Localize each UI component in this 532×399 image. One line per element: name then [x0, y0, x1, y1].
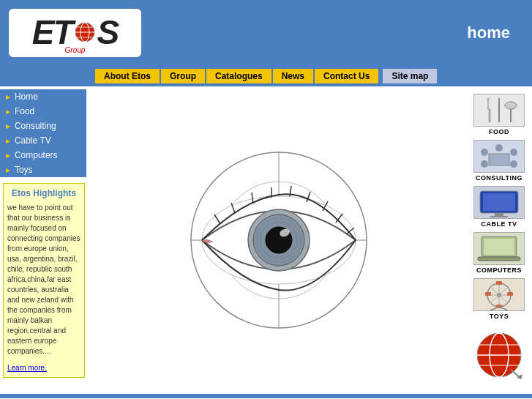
sidebar-item-consulting[interactable]: ► Consulting: [0, 119, 86, 133]
toys-label: TOYS: [490, 313, 509, 320]
svg-rect-41: [490, 216, 508, 217]
logo-group: Group: [65, 46, 86, 54]
sidebar-item-cable-tv[interactable]: ► Cable TV: [0, 133, 86, 148]
nav-group[interactable]: Group: [161, 69, 205, 83]
cable-tv-image: [473, 186, 525, 219]
svg-rect-40: [495, 213, 503, 216]
svg-rect-44: [484, 239, 514, 255]
svg-point-28: [505, 102, 517, 109]
nav-catalogues[interactable]: Catalogues: [206, 69, 271, 83]
svg-rect-45: [478, 257, 520, 261]
arrow-icon: ►: [4, 122, 12, 130]
right-panel: FOOD CONSULTING: [466, 86, 532, 394]
svg-line-65: [511, 370, 520, 377]
nav-news[interactable]: News: [273, 69, 313, 83]
svg-rect-57: [507, 292, 513, 296]
svg-point-32: [481, 149, 488, 156]
learn-more-link[interactable]: Learn more.: [7, 364, 47, 372]
right-item-computers[interactable]: COMPUTERS: [473, 232, 525, 274]
highlights-text: we have to point out that our business i…: [7, 203, 80, 357]
computers-image: [473, 232, 525, 265]
sidebar-menu: ► Home ► Food ► Consulting ► Cable TV ► …: [0, 89, 86, 177]
right-item-cable-tv[interactable]: CABLE TV: [473, 186, 525, 228]
sidebar: ► Home ► Food ► Consulting ► Cable TV ► …: [0, 86, 91, 394]
arrow-icon: ►: [4, 166, 12, 174]
nav-sitemap[interactable]: Site map: [383, 69, 437, 83]
right-item-food[interactable]: FOOD: [473, 94, 525, 135]
computers-label: COMPUTERS: [476, 266, 522, 274]
center-content: [91, 86, 466, 394]
svg-point-34: [510, 149, 517, 156]
sidebar-item-toys[interactable]: ► Toys: [0, 163, 86, 177]
svg-point-35: [481, 160, 488, 168]
highlights-title: Etos Highlights: [7, 188, 80, 198]
svg-rect-56: [485, 292, 491, 296]
highlights-box: Etos Highlights we have to point out tha…: [3, 183, 85, 378]
logo-box: E T S Group: [7, 7, 143, 59]
right-item-toys[interactable]: TOYS: [473, 278, 525, 320]
nav-contact[interactable]: Contact Us: [315, 69, 378, 83]
arrow-icon: ►: [4, 137, 12, 145]
food-image: [473, 94, 525, 127]
toys-image: [473, 278, 525, 311]
sidebar-item-food[interactable]: ► Food: [0, 104, 86, 119]
eye-illustration: [176, 138, 381, 343]
consulting-label: CONSULTING: [476, 174, 522, 182]
svg-point-36: [510, 160, 517, 168]
logo-area: E T S Group: [7, 7, 143, 59]
sidebar-item-home[interactable]: ► Home: [0, 89, 86, 104]
header: E T S Group home: [0, 0, 532, 66]
svg-rect-39: [483, 193, 515, 211]
right-item-consulting[interactable]: CONSULTING: [473, 140, 525, 182]
nav-about-etos[interactable]: About Etos: [95, 69, 160, 83]
arrow-icon: ►: [4, 108, 12, 116]
svg-rect-31: [489, 154, 509, 165]
cable-tv-label: CABLE TV: [482, 220, 517, 228]
eye-graphic: [176, 138, 381, 343]
right-globe-item[interactable]: [476, 324, 523, 379]
main-content: ► Home ► Food ► Consulting ► Cable TV ► …: [0, 86, 532, 394]
right-globe-icon: [476, 332, 523, 379]
food-label: FOOD: [489, 128, 509, 135]
arrow-icon: ►: [4, 152, 12, 160]
navbar: About Etos Group Catalogues News Contact…: [0, 66, 532, 86]
svg-point-33: [495, 144, 503, 152]
svg-rect-54: [496, 281, 502, 285]
arrow-icon: ►: [4, 93, 12, 101]
home-label: home: [467, 23, 525, 42]
sidebar-item-computers[interactable]: ► Computers: [0, 148, 86, 163]
consulting-image: [473, 140, 525, 173]
globe-icon: [74, 21, 96, 43]
